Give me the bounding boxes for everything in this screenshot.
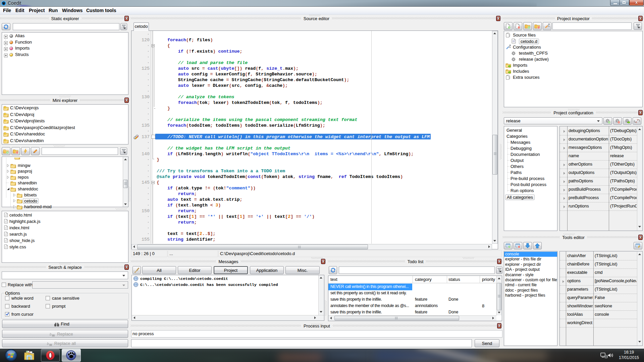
svg-text:b: b [50, 333, 52, 336]
svg-text:b: b [47, 342, 49, 346]
